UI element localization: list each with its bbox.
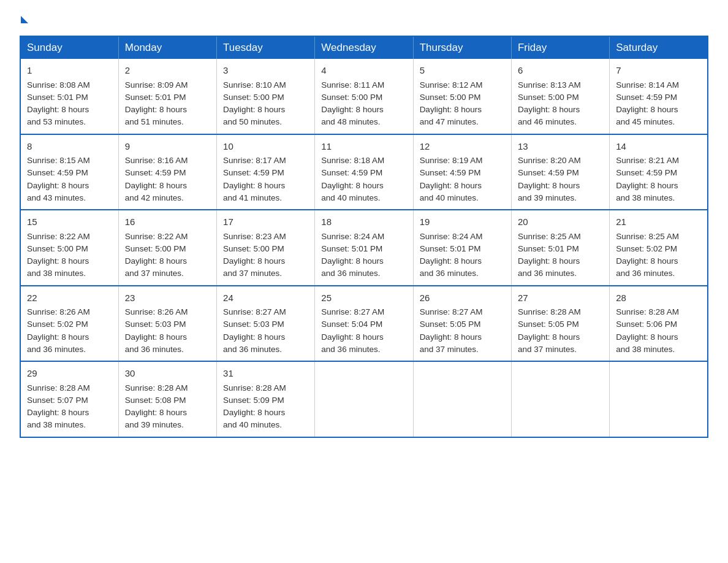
day-daylight-line1: Daylight: 8 hours: [321, 105, 383, 114]
day-number: 25: [321, 291, 406, 305]
calendar-day-cell: 21Sunrise: 8:25 AMSunset: 5:02 PMDayligh…: [610, 210, 708, 286]
day-number: 24: [223, 291, 308, 305]
day-sunset: Sunset: 4:59 PM: [616, 93, 677, 102]
day-sunset: Sunset: 5:07 PM: [27, 396, 88, 405]
day-number: 21: [616, 215, 701, 229]
day-sunrise: Sunrise: 8:27 AM: [420, 307, 483, 316]
day-sunrise: Sunrise: 8:08 AM: [27, 80, 90, 90]
day-daylight-line2: and 41 minutes.: [223, 193, 282, 202]
calendar-table: SundayMondayTuesdayWednesdayThursdayFrid…: [20, 36, 708, 438]
day-number: 16: [125, 215, 210, 229]
day-number: 17: [223, 215, 308, 229]
day-daylight-line2: and 38 minutes.: [616, 345, 675, 354]
day-sunrise: Sunrise: 8:25 AM: [518, 232, 581, 241]
calendar-week-row: 8Sunrise: 8:15 AMSunset: 4:59 PMDaylight…: [20, 134, 708, 210]
day-sunset: Sunset: 4:59 PM: [518, 168, 579, 177]
calendar-day-cell: [413, 361, 511, 437]
calendar-week-row: 1Sunrise: 8:08 AMSunset: 5:01 PMDaylight…: [20, 59, 708, 134]
day-daylight-line2: and 42 minutes.: [125, 193, 184, 202]
day-number: 5: [420, 64, 505, 78]
calendar-day-cell: 25Sunrise: 8:27 AMSunset: 5:04 PMDayligh…: [315, 286, 413, 362]
day-number: 4: [321, 64, 406, 78]
day-daylight-line2: and 36 minutes.: [321, 345, 380, 354]
calendar-day-cell: 11Sunrise: 8:18 AMSunset: 4:59 PMDayligh…: [315, 134, 413, 210]
day-daylight-line1: Daylight: 8 hours: [223, 256, 285, 266]
calendar-header-sunday: Sunday: [20, 36, 118, 59]
calendar-day-cell: 9Sunrise: 8:16 AMSunset: 4:59 PMDaylight…: [118, 134, 216, 210]
day-daylight-line1: Daylight: 8 hours: [125, 408, 187, 417]
day-number: 8: [27, 140, 112, 154]
day-sunrise: Sunrise: 8:24 AM: [420, 232, 483, 241]
day-sunset: Sunset: 5:09 PM: [223, 396, 284, 405]
calendar-day-cell: 10Sunrise: 8:17 AMSunset: 4:59 PMDayligh…: [217, 134, 315, 210]
day-number: 23: [125, 291, 210, 305]
day-daylight-line2: and 51 minutes.: [125, 117, 184, 126]
day-sunrise: Sunrise: 8:23 AM: [223, 232, 286, 241]
day-sunrise: Sunrise: 8:20 AM: [518, 156, 581, 165]
day-sunrise: Sunrise: 8:16 AM: [125, 156, 188, 165]
day-daylight-line2: and 46 minutes.: [518, 117, 577, 126]
day-sunset: Sunset: 5:00 PM: [125, 244, 186, 253]
day-sunset: Sunset: 4:59 PM: [125, 168, 186, 177]
day-sunset: Sunset: 5:00 PM: [518, 93, 579, 102]
day-daylight-line1: Daylight: 8 hours: [518, 332, 580, 342]
day-sunrise: Sunrise: 8:24 AM: [321, 232, 384, 241]
day-daylight-line2: and 40 minutes.: [420, 193, 479, 202]
day-sunset: Sunset: 4:59 PM: [616, 168, 677, 177]
calendar-day-cell: 7Sunrise: 8:14 AMSunset: 4:59 PMDaylight…: [610, 59, 708, 134]
day-daylight-line1: Daylight: 8 hours: [223, 408, 285, 417]
day-sunset: Sunset: 5:01 PM: [27, 93, 88, 102]
calendar-day-cell: 23Sunrise: 8:26 AMSunset: 5:03 PMDayligh…: [118, 286, 216, 362]
day-sunset: Sunset: 5:00 PM: [321, 93, 382, 102]
day-sunrise: Sunrise: 8:27 AM: [223, 307, 286, 316]
day-number: 14: [616, 140, 701, 154]
day-daylight-line2: and 36 minutes.: [223, 345, 282, 354]
calendar-day-cell: 15Sunrise: 8:22 AMSunset: 5:00 PMDayligh…: [20, 210, 118, 286]
calendar-day-cell: 24Sunrise: 8:27 AMSunset: 5:03 PMDayligh…: [217, 286, 315, 362]
calendar-day-cell: 22Sunrise: 8:26 AMSunset: 5:02 PMDayligh…: [20, 286, 118, 362]
day-sunset: Sunset: 5:01 PM: [125, 93, 186, 102]
day-daylight-line1: Daylight: 8 hours: [125, 332, 187, 342]
day-number: 13: [518, 140, 603, 154]
day-daylight-line1: Daylight: 8 hours: [420, 256, 482, 266]
calendar-header-saturday: Saturday: [610, 36, 708, 59]
calendar-day-cell: 1Sunrise: 8:08 AMSunset: 5:01 PMDaylight…: [20, 59, 118, 134]
day-sunset: Sunset: 5:00 PM: [27, 244, 88, 253]
day-sunrise: Sunrise: 8:26 AM: [27, 307, 90, 316]
page-header: [20, 15, 708, 23]
calendar-day-cell: 6Sunrise: 8:13 AMSunset: 5:00 PMDaylight…: [511, 59, 609, 134]
day-daylight-line2: and 40 minutes.: [321, 193, 380, 202]
calendar-day-cell: 30Sunrise: 8:28 AMSunset: 5:08 PMDayligh…: [118, 361, 216, 437]
day-daylight-line2: and 36 minutes.: [616, 269, 675, 278]
day-sunrise: Sunrise: 8:13 AM: [518, 80, 581, 90]
day-sunset: Sunset: 5:01 PM: [420, 244, 481, 253]
day-sunrise: Sunrise: 8:27 AM: [321, 307, 384, 316]
day-sunset: Sunset: 5:00 PM: [420, 93, 481, 102]
day-daylight-line1: Daylight: 8 hours: [616, 105, 678, 114]
day-daylight-line1: Daylight: 8 hours: [321, 256, 383, 266]
calendar-day-cell: 29Sunrise: 8:28 AMSunset: 5:07 PMDayligh…: [20, 361, 118, 437]
day-daylight-line1: Daylight: 8 hours: [420, 332, 482, 342]
day-sunrise: Sunrise: 8:11 AM: [321, 80, 384, 90]
day-daylight-line2: and 43 minutes.: [27, 193, 86, 202]
day-daylight-line2: and 38 minutes.: [27, 420, 86, 429]
day-daylight-line1: Daylight: 8 hours: [518, 181, 580, 190]
day-daylight-line1: Daylight: 8 hours: [223, 181, 285, 190]
day-daylight-line1: Daylight: 8 hours: [616, 332, 678, 342]
calendar-day-cell: [315, 361, 413, 437]
day-daylight-line1: Daylight: 8 hours: [125, 256, 187, 266]
calendar-day-cell: 8Sunrise: 8:15 AMSunset: 4:59 PMDaylight…: [20, 134, 118, 210]
day-daylight-line1: Daylight: 8 hours: [125, 181, 187, 190]
day-daylight-line2: and 36 minutes.: [420, 269, 479, 278]
calendar-header-tuesday: Tuesday: [217, 36, 315, 59]
day-sunrise: Sunrise: 8:10 AM: [223, 80, 286, 90]
day-daylight-line1: Daylight: 8 hours: [27, 181, 89, 190]
day-sunset: Sunset: 5:04 PM: [321, 320, 382, 329]
day-number: 6: [518, 64, 603, 78]
day-number: 11: [321, 140, 406, 154]
day-daylight-line1: Daylight: 8 hours: [616, 256, 678, 266]
day-sunrise: Sunrise: 8:21 AM: [616, 156, 679, 165]
calendar-header-friday: Friday: [511, 36, 609, 59]
calendar-week-row: 15Sunrise: 8:22 AMSunset: 5:00 PMDayligh…: [20, 210, 708, 286]
calendar-header-thursday: Thursday: [413, 36, 511, 59]
